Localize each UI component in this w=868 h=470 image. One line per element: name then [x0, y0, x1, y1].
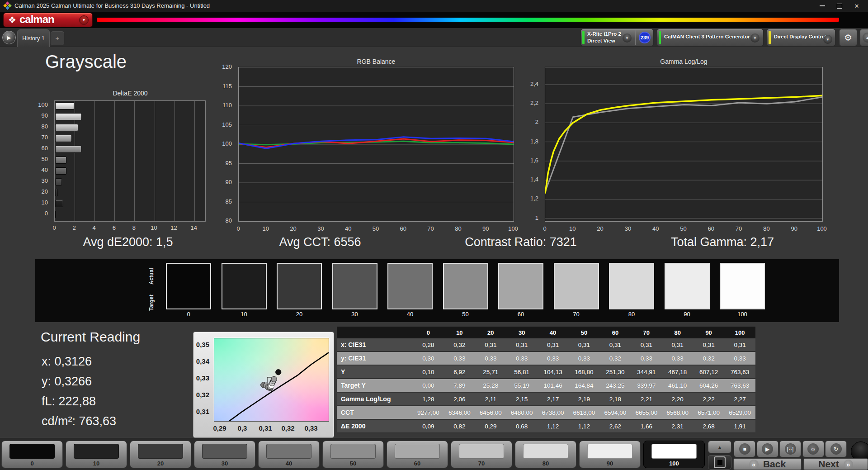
pattern-level-button-30[interactable]: 30	[194, 441, 255, 468]
table-col-header: 90	[693, 327, 724, 338]
pattern-generator-dropdown[interactable]: CalMAN Client 3 Pattern Generator ▼	[657, 29, 764, 46]
calman-diamond-icon: ❖	[8, 15, 16, 24]
pattern-level-button-90[interactable]: 90	[579, 441, 641, 468]
pattern-level-button-50[interactable]: 50	[322, 441, 384, 468]
table-cell: 168,80	[569, 365, 600, 379]
pattern-level-button-70[interactable]: 70	[451, 441, 512, 468]
collapse-panel-button[interactable]: ◀	[860, 29, 868, 46]
close-button[interactable]: ✕	[848, 0, 865, 12]
spectrum-strip	[97, 18, 839, 22]
table-row-label: x: CIE31	[337, 338, 413, 351]
calman-menu-button[interactable]: ❖ calman ▼	[3, 13, 93, 27]
pattern-level-button-10[interactable]: 10	[66, 441, 127, 468]
rgb-x-axis: 0102030405060708090100	[238, 224, 514, 233]
window-controls: ✕	[814, 0, 865, 12]
table-cell: 164,84	[569, 379, 600, 392]
pattern-level-button-0[interactable]: 0	[1, 441, 63, 468]
table-row: Gamma Log/Log1,282,062,112,152,172,192,1…	[337, 392, 755, 406]
ramp-swatch-label: 80	[628, 311, 635, 318]
table-cell: 2,22	[693, 392, 724, 406]
table-col-header: 10	[444, 327, 475, 338]
settings-gear-button[interactable]: ⚙	[839, 29, 857, 46]
chevron-down-icon[interactable]: ▼	[750, 33, 760, 43]
ramp-swatch-label: 40	[407, 311, 413, 318]
tab-history-1[interactable]: History 1	[17, 29, 50, 47]
pattern-window-icon	[714, 456, 726, 468]
pattern-size-button[interactable]: [··]	[779, 441, 801, 457]
table-col-header: 0	[413, 327, 444, 338]
close-icon: ✕	[854, 3, 859, 9]
maximize-button[interactable]	[831, 0, 848, 12]
table-row: Target Y0,007,8925,2855,19101,46164,8424…	[337, 379, 755, 392]
add-tab-button[interactable]: +	[51, 31, 64, 45]
pattern-level-swatch	[523, 444, 568, 459]
table-cell: 2,21	[631, 392, 662, 406]
stop-button[interactable]: ■	[734, 441, 755, 457]
pattern-level-swatch	[266, 444, 311, 459]
next-button[interactable]: Next »	[803, 458, 868, 470]
gear-icon: ⚙	[844, 32, 852, 43]
ramp-swatch-20	[277, 263, 322, 309]
display-control-dropdown[interactable]: Direct Display Control ▼	[767, 29, 835, 46]
table-row-label: Gamma Log/Log	[337, 392, 413, 406]
table-cell: 0,31	[475, 338, 506, 351]
pattern-level-button-100[interactable]: 100	[643, 441, 705, 468]
ramp-swatch-30	[332, 263, 377, 309]
deltae-chart	[54, 100, 206, 222]
ramp-swatch-40	[387, 263, 433, 309]
pattern-level-button-80[interactable]: 80	[515, 441, 576, 468]
pattern-level-label: 0	[2, 460, 62, 467]
table-cell: 2,15	[506, 392, 538, 406]
deltae-bar-50	[55, 157, 66, 164]
pattern-level-swatch	[330, 444, 376, 459]
pattern-level-button-20[interactable]: 20	[130, 441, 191, 468]
chevron-down-icon[interactable]: ▼	[823, 35, 832, 44]
table-cell: 6529,00	[724, 406, 755, 419]
maximize-icon	[837, 4, 842, 9]
pattern-level-button-40[interactable]: 40	[258, 441, 320, 468]
chevron-down-icon[interactable]: ▼	[623, 33, 632, 43]
brand-name: calman	[19, 14, 54, 26]
ramp-swatch-label: 30	[351, 311, 358, 318]
minimize-icon	[820, 5, 825, 6]
pattern-level-label: 10	[66, 460, 127, 467]
deltae-chart-title: DeltaE 2000	[54, 90, 206, 97]
table-cell: 243,25	[599, 379, 631, 392]
workspace: Grayscale DeltaE 2000 100908070605040302…	[0, 47, 868, 438]
minimize-button[interactable]	[814, 0, 831, 12]
meter-label: X-Rite i1Pro 2 Direct View	[587, 31, 621, 44]
deltae-y-axis: 1009080706050403020100	[30, 100, 52, 222]
deltae-bar-10	[55, 200, 63, 207]
table-row-label: ΔE 2000	[337, 419, 413, 433]
panel-expand-button[interactable]: ▲	[708, 441, 731, 453]
refresh-icon: ↻	[830, 443, 842, 455]
display-control-label: Direct Display Control	[774, 34, 826, 39]
pattern-level-button-60[interactable]: 60	[387, 441, 448, 468]
play-button[interactable]: ▶	[757, 441, 778, 457]
gamma-chart	[545, 67, 823, 222]
pattern-level-swatch	[651, 444, 697, 459]
logo-dropdown-icon[interactable]: ▼	[79, 15, 89, 25]
pattern-level-label: 50	[323, 460, 383, 467]
pattern-window-button[interactable]	[708, 455, 731, 470]
table-cell: 0,33	[569, 351, 600, 365]
table-cell: 6655,00	[631, 406, 662, 419]
refresh-button[interactable]: ↻	[825, 441, 847, 457]
back-button[interactable]: « Back	[733, 458, 802, 470]
app-icon	[3, 1, 11, 9]
deltae-bar-70	[55, 135, 72, 142]
table-row: x: CIE310,280,320,310,310,310,310,310,31…	[337, 338, 755, 351]
current-reading-title: Current Reading	[41, 329, 140, 345]
pattern-level-label: 30	[194, 460, 255, 467]
continuous-measure-button[interactable]: ∞	[802, 441, 824, 457]
meter-dropdown[interactable]: X-Rite i1Pro 2 Direct View ▼ 239	[580, 29, 654, 46]
table-cell: 0,31	[506, 338, 538, 351]
meter-count-badge[interactable]: 239	[639, 32, 651, 43]
ramp-swatch-label: 20	[296, 311, 302, 318]
table-cell: 2,11	[475, 392, 506, 406]
run-history-button[interactable]: ▶	[2, 31, 16, 44]
next-chevron-icon: »	[844, 460, 853, 469]
cie-y-axis: 0,350,340,330,320,31	[194, 338, 212, 422]
pattern-level-swatch	[202, 444, 247, 459]
table-cell: 0,31	[599, 338, 631, 351]
